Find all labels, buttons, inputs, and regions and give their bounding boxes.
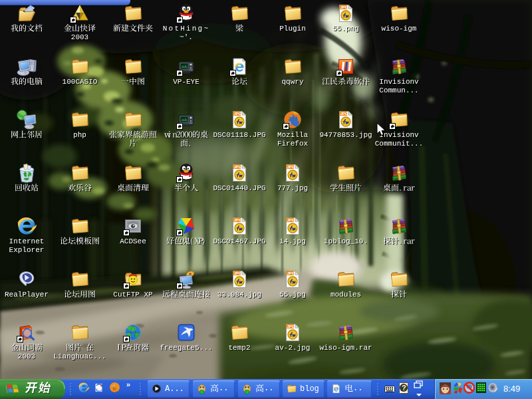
svg-text:?: ? <box>402 384 406 392</box>
